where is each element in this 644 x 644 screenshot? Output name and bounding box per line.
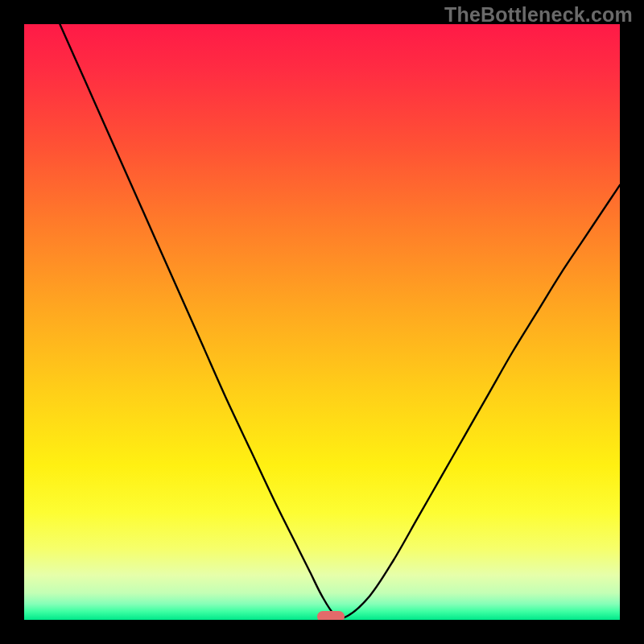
bottleneck-curve [24,24,620,620]
chart-frame: TheBottleneck.com [0,0,644,644]
plot-area [24,24,620,620]
watermark-text: TheBottleneck.com [444,3,633,27]
optimal-marker [317,611,345,620]
